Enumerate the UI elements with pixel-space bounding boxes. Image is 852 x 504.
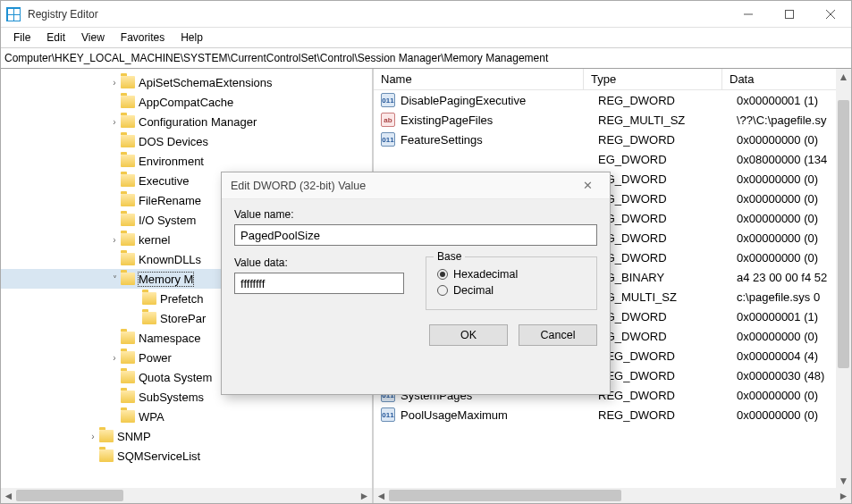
value-type: REG_MULTI_SZ [598,113,737,127]
value-type: EG_BINARY [598,271,737,284]
value-data: 0x00000004 (4) [737,349,851,363]
value-type: EG_DWORD [598,212,737,225]
menu-edit[interactable]: Edit [39,29,72,46]
value-type: EG_DWORD [598,192,737,206]
tree-item-label: AppCompatCache [139,96,233,109]
value-type: EG_DWORD [598,330,737,343]
value-type: REG_DWORD [598,389,737,402]
tree-item-label: SubSystems [139,391,204,404]
dialog-close-icon[interactable]: ✕ [574,179,601,192]
chevron-right-icon[interactable]: › [87,432,99,441]
value-type: REG_DWORD [598,133,737,147]
value-type: REG_DWORD [598,369,737,382]
tree-item[interactable]: AppCompatCache [1,92,372,112]
value-type: EG_DWORD [598,231,737,245]
tree-item-label: Executive [139,174,189,188]
edit-dword-dialog: Edit DWORD (32-bit) Value ✕ Value name: … [221,172,611,395]
folder-icon [142,312,156,324]
folder-icon [121,391,135,403]
scroll-down-icon[interactable]: ▼ [836,473,851,488]
list-vscrollbar[interactable]: ▲ ▼ [836,69,851,488]
radio-hexadecimal[interactable]: Hexadecimal [437,268,586,281]
tree-hscrollbar[interactable]: ◄ ► [1,488,372,503]
value-type: EG_DWORD [598,251,737,265]
base-fieldset: Base Hexadecimal Decimal [426,256,597,310]
scroll-right-icon[interactable]: ► [357,488,372,503]
tree-item[interactable]: Environment [1,151,372,171]
value-data: 0x00000001 (1) [737,310,851,323]
chevron-right-icon[interactable]: › [108,78,121,88]
folder-icon [121,410,135,423]
folder-icon [121,194,135,206]
tree-item[interactable]: DOS Devices [1,131,372,151]
list-row[interactable]: 011PoolUsageMaximumREG_DWORD0x00000000 (… [374,405,851,424]
folder-icon [121,332,135,344]
numeric-value-icon: 011 [381,132,395,147]
chevron-right-icon[interactable]: › [108,353,121,363]
radio-dec-label: Decimal [453,284,493,297]
minimize-button[interactable] [728,1,769,27]
value-type: EG_MULTI_SZ [598,290,737,304]
dialog-title: Edit DWORD (32-bit) Value [231,180,366,192]
value-data: 0x08000000 (134 [737,153,851,166]
column-data[interactable]: Data [722,69,851,90]
tree-item[interactable]: SQMServiceList [1,446,372,466]
column-type[interactable]: Type [584,69,722,90]
value-name-input[interactable] [234,224,597,246]
tree-item-label: FileRename [139,194,201,207]
tree-item-label: KnownDLLs [139,253,201,266]
value-data: a4 23 00 00 f4 52 [737,271,851,284]
menu-help[interactable]: Help [173,29,210,46]
svg-rect-1 [786,10,794,18]
tree-item[interactable]: ›ApiSetSchemaExtensions [1,72,372,92]
menu-file[interactable]: File [6,29,38,46]
folder-icon [142,292,156,305]
scroll-left-icon[interactable]: ◄ [374,488,389,503]
list-row[interactable]: 011FeatureSettingsREG_DWORD0x00000000 (0… [374,130,851,149]
ok-button[interactable]: OK [429,324,508,346]
address-bar[interactable]: Computer\HKEY_LOCAL_MACHINE\SYSTEM\Curre… [1,47,851,69]
maximize-button[interactable] [769,1,810,27]
chevron-down-icon[interactable]: ˅ [108,274,121,284]
tree-item-label: kernel [139,233,170,247]
tree-item-label: SNMP [117,430,151,443]
list-row[interactable]: EG_DWORD0x08000000 (134 [374,149,851,169]
scroll-left-icon[interactable]: ◄ [1,488,16,503]
value-type: REG_DWORD [598,349,737,363]
dialog-titlebar[interactable]: Edit DWORD (32-bit) Value ✕ [222,172,610,199]
tree-item-label: Environment [139,155,204,168]
scroll-up-icon[interactable]: ▲ [836,69,851,84]
chevron-right-icon[interactable]: › [108,235,121,245]
folder-icon [121,214,135,226]
close-button[interactable] [810,1,851,27]
list-header: Name Type Data [374,69,851,90]
menu-view[interactable]: View [74,29,112,46]
value-data: 0x00000000 (0) [737,251,851,265]
numeric-value-icon: 011 [381,407,395,422]
tree-item-label: Prefetch [160,292,203,306]
column-name[interactable]: Name [374,69,584,90]
chevron-right-icon[interactable]: › [108,117,121,127]
scroll-right-icon[interactable]: ► [836,488,851,503]
folder-icon [121,351,135,364]
radio-decimal[interactable]: Decimal [437,284,586,297]
tree-item[interactable]: ›SNMP [1,426,372,446]
value-data: 0x00000000 (0) [737,231,851,245]
value-type: EG_DWORD [598,153,737,166]
list-row[interactable]: 011DisablePagingExecutiveREG_DWORD0x0000… [374,90,851,110]
value-name: ExistingPageFiles [401,113,598,127]
list-hscrollbar[interactable]: ◄ ► [374,488,851,503]
list-row[interactable]: abExistingPageFilesREG_MULTI_SZ\??\C:\pa… [374,110,851,130]
folder-icon [121,76,135,88]
tree-item[interactable]: ›Configuration Manager [1,112,372,131]
folder-icon [121,253,135,265]
menu-favorites[interactable]: Favorites [114,29,172,46]
cancel-button[interactable]: Cancel [519,324,597,346]
tree-item-label: ApiSetSchemaExtensions [139,76,273,89]
folder-icon [99,430,114,442]
titlebar: Registry Editor [1,1,851,28]
value-data: 0x00000000 (0) [737,133,851,147]
value-name: PoolUsageMaximum [401,408,598,422]
tree-item[interactable]: WPA [1,407,372,426]
value-data-input[interactable] [234,273,404,294]
